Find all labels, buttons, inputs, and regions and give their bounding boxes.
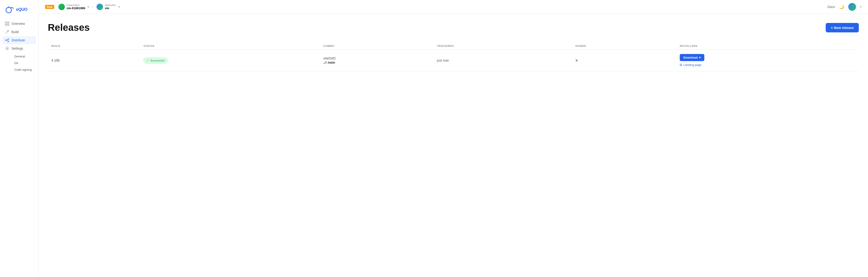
org-orb xyxy=(58,4,65,10)
col-signed: SIGNED xyxy=(572,42,676,50)
sidebar-item-distribute[interactable]: Distribute xyxy=(2,36,36,44)
table-header: BUILD STATUS COMMIT TRIGGERED SIGNED INS… xyxy=(48,42,859,50)
page-header: Releases + New release xyxy=(48,22,859,33)
triggered-text: just now xyxy=(437,59,449,62)
page-content: Releases + New release BUILD STATUS COMM… xyxy=(39,14,868,277)
download-chevron-icon: ▾ xyxy=(699,56,701,59)
top-header: Beta Organization ole-81861986 ▾ › Appli… xyxy=(39,0,868,14)
download-button[interactable]: Download ▾ xyxy=(680,54,704,61)
sidebar: eQUO Overview Build xyxy=(0,0,39,277)
main-content: Beta Organization ole-81861986 ▾ › Appli… xyxy=(39,0,868,277)
org-selector[interactable]: Organization ole-81861986 ▾ xyxy=(57,3,91,11)
app-text: Application ole xyxy=(105,4,116,10)
user-avatar[interactable] xyxy=(848,3,856,11)
download-label: Download xyxy=(683,56,698,59)
sidebar-item-settings[interactable]: Settings xyxy=(2,44,36,53)
app-label: Application xyxy=(105,4,116,6)
cell-build: # 150 xyxy=(48,50,140,71)
build-icon xyxy=(5,30,9,34)
settings-label: Settings xyxy=(11,47,23,50)
sidebar-sub-git[interactable]: Git xyxy=(11,60,36,66)
org-label: Organization xyxy=(67,4,85,6)
build-number: # 150 xyxy=(52,59,60,62)
general-label: General xyxy=(14,55,25,58)
app-name: ole xyxy=(105,6,116,10)
git-label: Git xyxy=(14,61,18,65)
user-chevron-icon[interactable]: ▾ xyxy=(860,5,862,8)
build-label: Build xyxy=(11,30,19,34)
page-title: Releases xyxy=(48,22,90,33)
col-triggered: TRIGGERED xyxy=(433,42,572,50)
svg-point-7 xyxy=(8,41,9,42)
svg-rect-5 xyxy=(8,24,9,26)
status-badge: ✓ Successful xyxy=(144,58,167,63)
org-text: Organization ole-81861986 xyxy=(67,4,85,10)
overview-icon xyxy=(5,22,9,26)
svg-rect-4 xyxy=(5,24,7,26)
signed-x-icon: × xyxy=(576,58,578,63)
settings-sub-menu: General Git Code signing xyxy=(2,53,36,73)
sidebar-item-build[interactable]: Build xyxy=(2,28,36,36)
col-status: STATUS xyxy=(140,42,319,50)
col-build: BUILD xyxy=(48,42,140,50)
distribute-icon xyxy=(5,38,9,42)
distribute-label: Distribute xyxy=(11,38,25,42)
sidebar-navigation: Overview Build Distribute xyxy=(0,20,38,73)
svg-rect-2 xyxy=(5,22,7,23)
installers-cell: Download ▾ ⧉ Landing page xyxy=(680,54,855,67)
new-release-button[interactable]: + New release xyxy=(826,23,859,32)
cell-signed: × xyxy=(572,50,676,71)
app-selector[interactable]: Application ole ▾ xyxy=(95,3,122,11)
col-installers: INSTALLERS xyxy=(676,42,859,50)
breadcrumb-separator: › xyxy=(92,5,93,9)
app-chevron-icon: ▾ xyxy=(118,5,120,8)
sidebar-sub-code-signing[interactable]: Code signing xyxy=(11,67,36,73)
landing-page-label: Landing page xyxy=(683,63,702,67)
equo-logo-icon xyxy=(5,5,14,14)
svg-line-10 xyxy=(6,40,8,41)
landing-page-icon: ⧉ xyxy=(680,63,682,67)
status-text: Successful xyxy=(150,59,164,62)
logo-text: eQUO xyxy=(16,7,27,12)
beta-badge: Beta xyxy=(45,5,54,9)
check-icon: ✓ xyxy=(147,59,149,62)
org-name: ole-81861986 xyxy=(67,6,85,10)
sidebar-item-overview[interactable]: Overview xyxy=(2,20,36,28)
header-left: Beta Organization ole-81861986 ▾ › Appli… xyxy=(45,3,122,11)
sidebar-logo: eQUO xyxy=(0,0,38,20)
table-row: # 150 ✓ Successful e9ef34f2 ⎇ main xyxy=(48,50,859,71)
svg-point-11 xyxy=(7,48,8,49)
code-signing-label: Code signing xyxy=(14,68,32,71)
svg-rect-3 xyxy=(8,22,9,23)
releases-table: BUILD STATUS COMMIT TRIGGERED SIGNED INS… xyxy=(48,42,859,71)
docs-link[interactable]: Docs xyxy=(828,5,835,9)
cell-installers: Download ▾ ⧉ Landing page xyxy=(676,50,859,71)
branch-name: main xyxy=(328,61,335,64)
overview-label: Overview xyxy=(11,22,25,26)
header-right: Docs 🌙 ▾ xyxy=(828,3,862,11)
svg-point-6 xyxy=(8,39,9,39)
dark-mode-icon[interactable]: 🌙 xyxy=(839,4,844,9)
org-chevron-icon: ▾ xyxy=(88,5,89,8)
col-commit: COMMIT xyxy=(319,42,433,50)
settings-icon xyxy=(5,46,9,50)
svg-point-8 xyxy=(5,40,6,41)
cell-status: ✓ Successful xyxy=(140,50,319,71)
table-body: # 150 ✓ Successful e9ef34f2 ⎇ main xyxy=(48,50,859,71)
landing-page-link[interactable]: ⧉ Landing page xyxy=(680,63,702,67)
branch-icon: ⎇ xyxy=(323,61,327,64)
sidebar-sub-general[interactable]: General xyxy=(11,53,36,60)
org-app-selector: Organization ole-81861986 ▾ › Applicatio… xyxy=(57,3,122,11)
svg-point-0 xyxy=(6,7,11,13)
cell-triggered: just now xyxy=(433,50,572,71)
commit-branch: ⎇ main xyxy=(323,61,429,64)
commit-hash: e9ef34f2 xyxy=(323,57,429,60)
app-orb xyxy=(97,4,103,10)
cell-commit: e9ef34f2 ⎇ main xyxy=(319,50,433,71)
svg-line-9 xyxy=(6,39,8,40)
